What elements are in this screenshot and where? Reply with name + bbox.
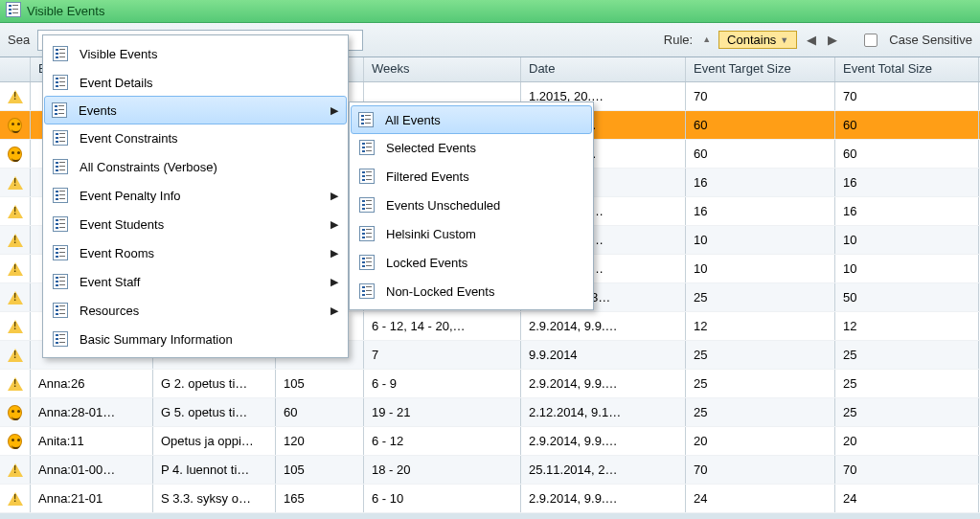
cell-date: 2.12.2014, 9.1…: [521, 398, 686, 426]
rule-next-button[interactable]: ▶: [826, 32, 839, 49]
col-target[interactable]: Event Target Size: [686, 57, 835, 81]
menu-item-label: Events: [79, 103, 117, 118]
chevron-down-icon: ▼: [780, 35, 788, 45]
cell-event: Anna:01-00…: [31, 456, 153, 484]
warning-icon: [8, 320, 23, 333]
chevron-right-icon: ▶: [330, 190, 338, 202]
menu-item[interactable]: Event Penalty Info▶: [45, 181, 346, 210]
submenu-item[interactable]: Non-Locked Events: [352, 277, 591, 305]
list-icon: [357, 169, 376, 184]
warning-icon: [8, 349, 23, 362]
submenu-item-label: Selected Events: [386, 141, 476, 155]
cell-weeks: 18 - 20: [364, 456, 521, 484]
submenu-item[interactable]: Events Unscheduled: [352, 191, 591, 219]
search-label: Sea: [8, 33, 30, 47]
cell-event: Anna:26: [31, 370, 153, 397]
chevron-right-icon: ▶: [330, 247, 338, 260]
context-submenu-events[interactable]: All EventsSelected EventsFiltered Events…: [349, 102, 594, 310]
menu-item-label: Event Penalty Info: [80, 189, 181, 203]
list-icon: [357, 283, 376, 299]
cell-target: 10: [686, 255, 835, 282]
table-row[interactable]: Anna:28-01…G 5. opetus ti…6019 - 212.12.…: [0, 398, 980, 427]
table-row[interactable]: Anna:26G 2. opetus ti…1056 - 92.9.2014, …: [0, 370, 980, 398]
menu-item[interactable]: Visible Events: [45, 39, 346, 68]
cell-weeks: 6 - 9: [364, 370, 521, 397]
cell-event: Anna:21-01: [31, 485, 153, 512]
warning-icon: [8, 291, 23, 305]
submenu-item[interactable]: Locked Events: [352, 248, 591, 277]
cell-weeks: 19 - 21: [364, 398, 521, 426]
cell-total: 70: [835, 82, 979, 110]
cell-g: S 3.3. syksy o…: [153, 485, 276, 512]
cell-total: 10: [835, 226, 979, 254]
cell-total: 16: [835, 169, 979, 196]
smile-icon: [8, 434, 22, 449]
cell-target: 20: [686, 427, 835, 455]
case-sensitive-checkbox[interactable]: [864, 34, 877, 47]
cell-total: 20: [835, 427, 979, 455]
cell-weeks: 7: [364, 341, 521, 369]
cell-target: 70: [686, 456, 835, 484]
rule-dropdown[interactable]: Contains ▼: [718, 31, 797, 49]
col-total[interactable]: Event Total Size: [835, 57, 979, 81]
submenu-item[interactable]: Selected Events: [352, 133, 591, 162]
col-icon[interactable]: [0, 57, 31, 81]
cell-total: 25: [835, 398, 979, 426]
rule-prev-button[interactable]: ◀: [805, 32, 818, 49]
menu-item-label: Event Constraints: [80, 131, 178, 146]
list-icon: [51, 46, 70, 61]
menu-item[interactable]: Event Details: [45, 68, 346, 97]
context-menu[interactable]: Visible EventsEvent DetailsEvents▶Event …: [42, 34, 349, 358]
table-row[interactable]: Anita:11Opetus ja oppi…1206 - 122.9.2014…: [0, 427, 980, 456]
menu-item[interactable]: Event Rooms▶: [45, 238, 346, 267]
cell-total: 12: [835, 312, 979, 340]
cell-event: Anna:28-01…: [31, 398, 153, 426]
menu-item[interactable]: All Constraints (Verbose): [45, 152, 346, 181]
submenu-item-label: Filtered Events: [386, 169, 469, 184]
submenu-item[interactable]: All Events: [351, 105, 592, 134]
cell-target: 24: [686, 485, 835, 512]
table-row[interactable]: Anna:21-01S 3.3. syksy o…1656 - 102.9.20…: [0, 485, 980, 513]
list-icon: [50, 102, 69, 118]
menu-item[interactable]: Event Staff▶: [45, 267, 346, 296]
table-row[interactable]: Anna:01-00…P 4. luennot ti…10518 - 2025.…: [0, 456, 980, 485]
cell-n: 165: [276, 485, 364, 512]
warning-icon: [8, 492, 23, 506]
submenu-item[interactable]: Filtered Events: [352, 162, 591, 191]
list-icon: [357, 255, 376, 270]
submenu-item[interactable]: Helsinki Custom: [352, 219, 591, 248]
menu-item[interactable]: Events▶: [44, 96, 347, 124]
window-titlebar: Visible Events: [0, 0, 980, 23]
cell-target: 25: [686, 341, 835, 369]
cell-date: 2.9.2014, 9.9.…: [521, 312, 686, 340]
menu-item[interactable]: Basic Summary Information: [45, 325, 346, 353]
cell-weeks: 6 - 12: [364, 427, 521, 455]
menu-item-label: Basic Summary Information: [80, 332, 233, 347]
smile-icon: [8, 405, 22, 420]
menu-item[interactable]: Event Students▶: [45, 210, 346, 238]
cell-g: G 2. opetus ti…: [153, 370, 276, 397]
list-icon: [51, 303, 70, 318]
warning-icon: [8, 377, 23, 391]
cell-total: 25: [835, 341, 979, 369]
warning-icon: [8, 90, 23, 103]
list-icon: [357, 226, 376, 241]
list-icon: [51, 130, 70, 146]
cell-target: 12: [686, 312, 835, 340]
rule-prev-group-icon[interactable]: ▲: [702, 34, 711, 44]
menu-item[interactable]: Resources▶: [45, 296, 346, 325]
col-weeks[interactable]: Weeks: [364, 57, 521, 81]
case-sensitive-label: Case Sensitive: [889, 33, 972, 47]
cell-total: 16: [835, 197, 979, 225]
cell-target: 10: [686, 226, 835, 254]
cell-n: 60: [276, 398, 364, 426]
cell-weeks: 6 - 12, 14 - 20,…: [364, 312, 521, 340]
cell-total: 70: [835, 456, 979, 484]
cell-target: 60: [686, 111, 835, 139]
list-icon: [356, 112, 376, 127]
cell-n: 120: [276, 427, 364, 455]
menu-item[interactable]: Event Constraints: [45, 124, 346, 152]
cell-target: 25: [686, 283, 835, 311]
col-date[interactable]: Date: [521, 57, 686, 81]
smile-icon: [8, 147, 22, 162]
